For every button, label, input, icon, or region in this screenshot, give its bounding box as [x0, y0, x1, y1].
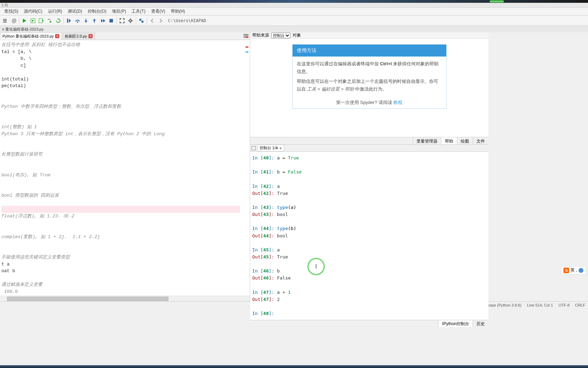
svg-marker-6: [32, 20, 34, 22]
svg-point-14: [77, 21, 78, 23]
menu-run[interactable]: 运行(R): [45, 8, 65, 15]
menu-project[interactable]: 项目(P): [109, 8, 129, 15]
run-selection-icon[interactable]: [46, 17, 54, 25]
tab-ipython-console[interactable]: IPython控制台: [438, 320, 473, 327]
debug-over-icon[interactable]: [74, 17, 81, 25]
window-label: 1.8): [0, 3, 588, 8]
title-bar: [0, 0, 588, 3]
status-encoding: UTF-8: [559, 303, 569, 307]
forward-icon[interactable]: [157, 17, 165, 25]
svg-rect-19: [109, 19, 113, 22]
help-card: 使用方法 在这里你可以通过在编辑器或者终端中按 Ctrl+I 来获得任何对象的帮…: [292, 44, 447, 109]
help-source-label: 帮助来源: [252, 32, 269, 38]
svg-marker-10: [50, 21, 52, 23]
debug-out-icon[interactable]: [91, 17, 98, 25]
settings-icon[interactable]: [127, 17, 134, 25]
menu-console[interactable]: 控制台(O): [85, 8, 109, 15]
svg-marker-16: [93, 19, 96, 21]
toolbar: @ C:\Users\HIAPAD: [0, 15, 588, 26]
svg-rect-21: [243, 34, 248, 35]
tab-files[interactable]: 文件: [473, 137, 488, 144]
horizontal-scrollbar[interactable]: [0, 296, 250, 301]
svg-marker-13: [69, 19, 71, 23]
debug-stop-icon[interactable]: [107, 17, 115, 25]
help-footer: 第一次使用 Spyder? 请阅读 教程: [293, 97, 446, 109]
sogou-icon: S: [563, 268, 569, 273]
svg-rect-22: [243, 35, 248, 36]
at-icon[interactable]: @: [10, 17, 18, 25]
close-icon[interactable]: ×: [88, 34, 93, 38]
smiley-icon: [579, 268, 583, 273]
svg-rect-2: [3, 22, 7, 22]
file-tab-label: Python 量化编程基础-2023.py: [2, 34, 54, 39]
svg-text:@: @: [12, 18, 16, 24]
tab-history[interactable]: 历史: [473, 320, 488, 327]
menu-debug[interactable]: 调试(D): [65, 8, 85, 15]
console-tab[interactable]: 控制台 1/A ×: [257, 145, 284, 151]
console-tabs: 控制台 1/A ×: [250, 145, 488, 152]
svg-marker-4: [23, 19, 26, 23]
code-editor[interactable]: 在括号中使用 反斜杠 续行也不会出错tal = [a, \ b, \ c] in…: [0, 40, 250, 301]
ime-indicator[interactable]: S 英 ,: [561, 266, 586, 274]
console-pane-tabs: IPython控制台 历史: [250, 320, 488, 327]
ipython-console[interactable]: In [40]: a = True In [41]: b = False In …: [250, 152, 488, 320]
svg-marker-11: [58, 18, 59, 20]
text-cursor-indicator: I: [307, 258, 325, 275]
svg-point-20: [129, 20, 132, 22]
status-line-col: Line 514, Col 1: [527, 303, 553, 307]
help-header: 帮助来源 控制台 对象: [250, 32, 488, 39]
console-options-icon[interactable]: [252, 146, 256, 150]
help-para-1: 在这里你可以通过在编辑器或者终端中按 Ctrl+I 来获得任何对象的帮助信息。: [297, 60, 442, 75]
close-icon[interactable]: ×: [55, 34, 59, 38]
status-eol: CRLF: [575, 303, 585, 307]
tab-variable-explorer[interactable]: 变量管理器: [413, 137, 441, 144]
tutorial-link[interactable]: 教程: [393, 100, 402, 105]
menu-view[interactable]: 查看(V): [148, 8, 168, 15]
editor-breadcrumb-label: n 量化编程基础-2023.py: [0, 26, 46, 32]
svg-rect-7: [39, 19, 42, 23]
close-icon[interactable]: ×: [280, 146, 282, 150]
svg-marker-8: [42, 20, 44, 22]
run-file-icon[interactable]: [21, 17, 28, 25]
file-tab-active[interactable]: Python 量化编程基础-2023.py ×: [0, 33, 62, 40]
svg-rect-12: [67, 19, 68, 23]
help-pane-tabs: 变量管理器 帮助 绘图 文件: [250, 137, 488, 145]
help-pane: 使用方法 在这里你可以通过在编辑器或者终端中按 Ctrl+I 来获得任何对象的帮…: [250, 39, 488, 137]
help-para-2: 帮助信息可以在一个对象之后加上一个左圆括号的时候自动显示。你可以在 工具 > 偏…: [297, 78, 442, 93]
run-cell-icon[interactable]: [29, 17, 37, 25]
file-tabs: Python 量化编程基础-2023.py × 粉刷匠2.0.py ×: [0, 32, 250, 40]
debug-into-icon[interactable]: [82, 17, 90, 25]
maximize-icon[interactable]: [118, 17, 126, 25]
help-source-select[interactable]: 控制台: [271, 33, 290, 38]
file-tab-inactive[interactable]: 粉刷匠2.0.py ×: [62, 33, 95, 40]
svg-rect-9: [48, 19, 51, 20]
editor-pane: Python 量化编程基础-2023.py × 粉刷匠2.0.py × 在括号中…: [0, 32, 250, 301]
file-tab-label: 粉刷匠2.0.py: [65, 34, 87, 39]
svg-rect-1: [3, 20, 7, 21]
menu-bar: 查找(S) 源代码(C) 运行(R) 调试(D) 控制台(O) 项目(P) 工具…: [0, 8, 588, 15]
debug-continue-icon[interactable]: [99, 17, 107, 25]
tab-help[interactable]: 帮助: [441, 137, 457, 144]
python-path-icon[interactable]: [138, 17, 145, 25]
menu-find[interactable]: 查找(S): [1, 8, 21, 15]
svg-marker-18: [103, 19, 105, 22]
menu-help[interactable]: 帮助(H): [168, 8, 188, 15]
right-pane: 帮助来源 控制台 对象 使用方法 在这里你可以通过在编辑器或者终端中按 Ctrl…: [250, 32, 488, 301]
svg-marker-15: [85, 21, 87, 23]
menu-source[interactable]: 源代码(C): [21, 8, 45, 15]
editor-breadcrumb: n 量化编程基础-2023.py: [0, 26, 588, 32]
help-object-label: 对象: [293, 32, 301, 38]
menu-tools[interactable]: 工具(T): [129, 8, 148, 15]
tab-plots[interactable]: 绘图: [457, 137, 473, 144]
rerun-icon[interactable]: [54, 17, 62, 25]
run-cell-advance-icon[interactable]: [38, 17, 45, 25]
debug-step-icon[interactable]: [65, 17, 73, 25]
taskbar[interactable]: [0, 365, 588, 368]
working-dir-path: C:\Users\HIAPAD: [168, 18, 206, 23]
back-icon[interactable]: [148, 17, 156, 25]
svg-marker-17: [101, 19, 103, 22]
outline-icon[interactable]: [1, 17, 9, 25]
help-card-title: 使用方法: [293, 45, 446, 57]
svg-rect-0: [3, 19, 7, 20]
